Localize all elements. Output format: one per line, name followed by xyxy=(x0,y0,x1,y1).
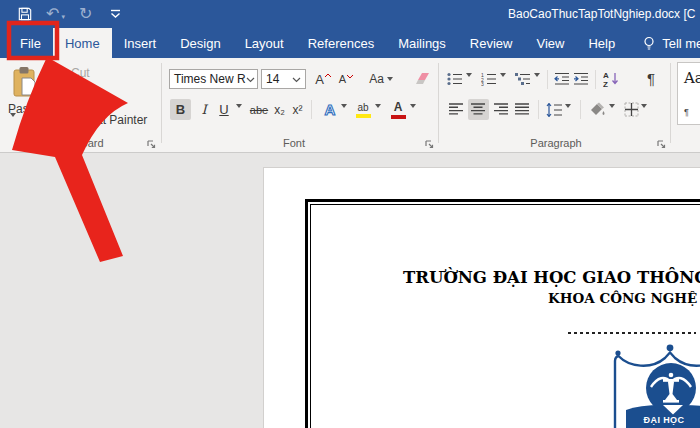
bullets-icon[interactable] xyxy=(446,69,464,89)
shrink-font-button[interactable]: A xyxy=(336,69,356,89)
underline-button[interactable]: U xyxy=(215,99,233,120)
align-left-icon[interactable] xyxy=(447,99,465,120)
grow-font-button[interactable]: A xyxy=(313,69,333,89)
increase-indent-icon[interactable] xyxy=(572,69,590,89)
separator xyxy=(547,70,548,89)
shading-dropdown-icon[interactable] xyxy=(609,108,615,126)
paragraph-dialog-launcher-icon[interactable] xyxy=(656,136,667,147)
dashed-line xyxy=(568,332,696,334)
separator xyxy=(580,100,581,119)
style-name: ¶ xyxy=(684,107,689,117)
chevron-down-icon xyxy=(292,72,301,86)
svg-text:3: 3 xyxy=(481,81,484,86)
title-bar: ↶▾ ↻ BaoCaoThucTapTotNghiep.docx [C xyxy=(0,0,700,28)
borders-dropdown-icon[interactable] xyxy=(641,108,647,126)
subscript-button[interactable]: x₂ xyxy=(271,99,288,120)
font-size-combo[interactable]: 14 xyxy=(261,69,306,89)
line-spacing-icon[interactable] xyxy=(545,99,563,120)
doc-heading-1: TRƯỜNG ĐẠI HỌC GIAO THÔNG xyxy=(403,268,700,287)
tab-layout[interactable]: Layout xyxy=(233,28,296,58)
chevron-down-icon xyxy=(246,72,255,86)
decrease-indent-icon[interactable] xyxy=(553,69,571,89)
shading-icon[interactable] xyxy=(587,99,607,120)
style-sample: Aa xyxy=(684,69,700,87)
tab-tell-me[interactable]: Tell me xyxy=(631,28,700,58)
font-group-label: Font xyxy=(165,137,423,149)
paste-dropdown-icon[interactable] xyxy=(10,117,16,135)
show-marks-button[interactable]: ¶ xyxy=(641,68,661,89)
lightbulb-icon xyxy=(643,36,655,51)
highlight-dropdown-icon[interactable] xyxy=(375,108,381,126)
cut-icon[interactable]: ✂ xyxy=(54,64,65,79)
window-title: BaoCaoThucTapTotNghiep.docx [C xyxy=(508,7,695,21)
text-effects-dropdown-icon[interactable] xyxy=(341,108,347,126)
font-color-bar xyxy=(391,115,406,119)
tab-view[interactable]: View xyxy=(524,28,576,58)
clear-formatting-icon[interactable] xyxy=(412,69,434,89)
separator xyxy=(595,70,596,89)
numbering-icon[interactable]: 123 xyxy=(480,69,498,89)
qat-customize-icon[interactable] xyxy=(110,9,121,19)
clipboard-group-label: Clipboard xyxy=(20,137,140,149)
tab-home[interactable]: Home xyxy=(53,28,112,58)
tab-insert[interactable]: Insert xyxy=(112,28,169,58)
format-painter-button[interactable]: Format Painter xyxy=(68,113,147,127)
superscript-button[interactable]: x² xyxy=(289,99,306,120)
logo-text: ĐẠI HỌC xyxy=(644,415,685,425)
align-right-icon[interactable] xyxy=(492,99,510,120)
tab-help[interactable]: Help xyxy=(576,28,627,58)
line-spacing-dropdown-icon[interactable] xyxy=(565,108,571,126)
tab-references[interactable]: References xyxy=(296,28,386,58)
tab-mailings[interactable]: Mailings xyxy=(386,28,458,58)
change-case-button[interactable]: Aa xyxy=(365,69,397,89)
font-color-button[interactable]: A xyxy=(388,99,408,120)
doc-heading-2: KHOA CÔNG NGHỆ xyxy=(548,290,697,306)
bullets-dropdown-icon[interactable] xyxy=(466,77,472,95)
font-color-dropdown-icon[interactable] xyxy=(410,108,416,126)
ribbon: Paste ✂ Cut Format Painter Clipboard Tim… xyxy=(0,58,700,153)
group-separator xyxy=(438,63,439,143)
multilevel-list-icon[interactable] xyxy=(514,69,532,89)
style-item-normal[interactable]: Aa ¶ xyxy=(677,62,700,125)
bold-button[interactable]: B xyxy=(170,99,191,120)
document-page[interactable]: TRƯỜNG ĐẠI HỌC GIAO THÔNG KHOA CÔNG NGHỆ… xyxy=(263,167,700,428)
highlight-color-bar xyxy=(356,114,371,118)
underline-dropdown-icon[interactable] xyxy=(236,108,242,126)
tab-file[interactable]: File xyxy=(8,28,53,58)
separator xyxy=(538,100,539,119)
paragraph-group-label: Paragraph xyxy=(441,137,671,149)
highlight-button[interactable]: ab xyxy=(353,99,373,120)
svg-text:Z: Z xyxy=(603,80,608,88)
justify-icon[interactable] xyxy=(513,99,531,120)
document-area: TRƯỜNG ĐẠI HỌC GIAO THÔNG KHOA CÔNG NGHỆ… xyxy=(0,154,700,428)
tab-design[interactable]: Design xyxy=(168,28,232,58)
separator xyxy=(311,100,312,119)
clipboard-dialog-launcher-icon[interactable] xyxy=(146,136,157,147)
align-center-icon[interactable] xyxy=(468,99,489,120)
university-logo: ĐẠI HỌC xyxy=(609,344,700,428)
sort-icon[interactable]: AZ xyxy=(601,69,623,89)
ribbon-tabs: File Home Insert Design Layout Reference… xyxy=(0,28,700,58)
paste-icon[interactable] xyxy=(12,66,38,103)
undo-icon[interactable]: ↶▾ xyxy=(46,6,65,22)
multilevel-dropdown-icon[interactable] xyxy=(534,77,540,95)
group-separator xyxy=(670,63,671,143)
italic-button[interactable]: I xyxy=(195,99,213,120)
redo-icon[interactable]: ↻ xyxy=(79,6,92,22)
cut-button[interactable]: Cut xyxy=(71,66,90,80)
strikethrough-button[interactable]: abe xyxy=(248,99,270,120)
text-effects-button[interactable]: A xyxy=(319,99,341,120)
save-icon[interactable] xyxy=(18,7,32,21)
font-name-combo[interactable]: Times New R xyxy=(169,69,258,89)
borders-icon[interactable] xyxy=(621,99,641,120)
group-separator xyxy=(161,63,162,143)
font-dialog-launcher-icon[interactable] xyxy=(424,136,435,147)
quick-access-toolbar: ↶▾ ↻ xyxy=(18,0,121,28)
numbering-dropdown-icon[interactable] xyxy=(500,77,506,95)
tab-review[interactable]: Review xyxy=(458,28,525,58)
